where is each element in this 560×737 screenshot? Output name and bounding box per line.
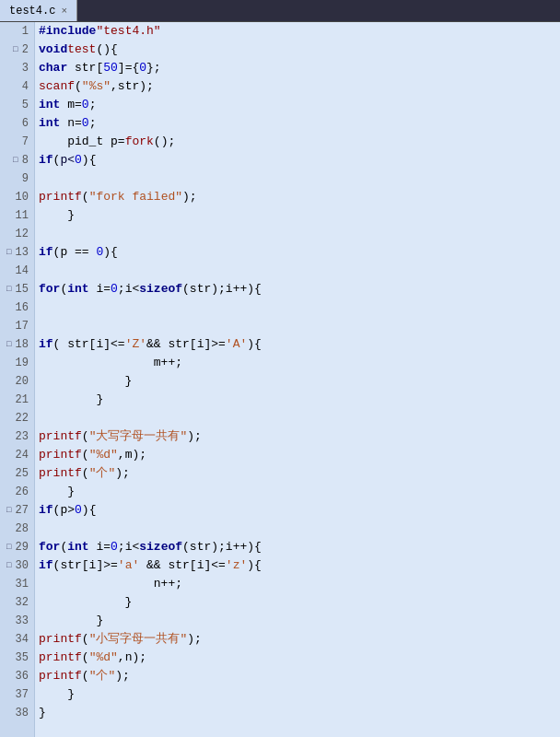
code-line-17[interactable] — [39, 317, 560, 335]
code-line-8[interactable]: if(p<0){ — [39, 151, 560, 170]
line-number-19: 19 — [0, 354, 34, 372]
line-number-31: 31 — [0, 575, 34, 593]
line-number-32: 32 — [0, 593, 34, 612]
line-number-37: 37 — [0, 685, 34, 704]
line-number-34: 34 — [0, 630, 34, 649]
code-line-10[interactable]: printf("fork failed"); — [39, 188, 560, 206]
editor: 1□234567□89101112□1314□151617□1819202122… — [0, 22, 560, 737]
line-number-28: 28 — [0, 520, 34, 538]
code-line-30[interactable]: if(str[i]>='a' && str[i]<='z'){ — [39, 556, 560, 575]
code-line-29[interactable]: for(int i=0;i<sizeof(str);i++){ — [39, 538, 560, 556]
fold-icon-8[interactable]: □ — [11, 156, 20, 165]
line-number-23: 23 — [0, 427, 34, 446]
code-line-31[interactable]: n++; — [39, 575, 560, 593]
code-line-22[interactable] — [39, 409, 560, 427]
line-number-2: □2 — [0, 41, 34, 59]
code-line-6[interactable]: int n=0; — [39, 114, 560, 133]
line-number-36: 36 — [0, 667, 34, 685]
code-line-20[interactable]: } — [39, 372, 560, 391]
code-line-2[interactable]: void test(){ — [39, 41, 560, 59]
tab-test4c[interactable]: test4.c × — [0, 0, 77, 21]
fold-icon-15[interactable]: □ — [5, 285, 14, 294]
code-line-1[interactable]: #include "test4.h" — [39, 22, 560, 41]
line-number-15: □15 — [0, 280, 34, 298]
line-number-35: 35 — [0, 649, 34, 667]
line-numbers: 1□234567□89101112□1314□151617□1819202122… — [0, 22, 35, 737]
code-area[interactable]: #include "test4.h"void test(){ char str[… — [35, 22, 560, 737]
code-line-5[interactable]: int m=0; — [39, 96, 560, 114]
code-line-14[interactable] — [39, 262, 560, 280]
code-line-12[interactable] — [39, 225, 560, 243]
line-number-25: 25 — [0, 464, 34, 483]
code-line-33[interactable]: } — [39, 612, 560, 630]
line-number-3: 3 — [0, 59, 34, 77]
code-line-27[interactable]: if(p>0){ — [39, 501, 560, 520]
line-number-10: 10 — [0, 188, 34, 206]
fold-icon-27[interactable]: □ — [5, 506, 14, 515]
code-line-26[interactable]: } — [39, 483, 560, 501]
fold-icon-29[interactable]: □ — [5, 543, 14, 552]
code-line-34[interactable]: printf("小写字母一共有"); — [39, 630, 560, 649]
line-number-20: 20 — [0, 372, 34, 391]
fold-icon-2[interactable]: □ — [11, 45, 20, 54]
line-number-8: □8 — [0, 151, 34, 170]
code-line-13[interactable]: if(p == 0){ — [39, 243, 560, 262]
line-number-22: 22 — [0, 409, 34, 427]
code-line-32[interactable]: } — [39, 593, 560, 612]
code-line-19[interactable]: m++; — [39, 354, 560, 372]
line-number-11: 11 — [0, 206, 34, 225]
code-line-24[interactable]: printf("%d",m); — [39, 446, 560, 464]
code-line-23[interactable]: printf("大写字母一共有"); — [39, 427, 560, 446]
code-line-9[interactable] — [39, 170, 560, 188]
code-line-28[interactable] — [39, 520, 560, 538]
code-line-37[interactable]: } — [39, 685, 560, 704]
code-line-4[interactable]: scanf("%s",str); — [39, 77, 560, 96]
line-number-14: 14 — [0, 262, 34, 280]
line-number-24: 24 — [0, 446, 34, 464]
fold-icon-18[interactable]: □ — [5, 340, 14, 349]
code-line-3[interactable]: char str[50]={0}; — [39, 59, 560, 77]
line-number-16: 16 — [0, 298, 34, 317]
line-number-33: 33 — [0, 612, 34, 630]
line-number-7: 7 — [0, 133, 34, 151]
fold-icon-13[interactable]: □ — [5, 248, 14, 257]
code-line-35[interactable]: printf("%d",n); — [39, 649, 560, 667]
code-line-11[interactable]: } — [39, 206, 560, 225]
line-number-30: □30 — [0, 556, 34, 575]
code-line-18[interactable]: if( str[i]<='Z'&& str[i]>='A'){ — [39, 335, 560, 354]
code-line-7[interactable]: pid_t p=fork(); — [39, 133, 560, 151]
line-number-26: 26 — [0, 483, 34, 501]
tab-bar: test4.c × — [0, 0, 560, 22]
code-line-16[interactable] — [39, 298, 560, 317]
code-line-36[interactable]: printf("个"); — [39, 667, 560, 685]
close-icon[interactable]: × — [61, 6, 67, 17]
line-number-21: 21 — [0, 391, 34, 409]
line-number-6: 6 — [0, 114, 34, 133]
line-number-17: 17 — [0, 317, 34, 335]
line-number-5: 5 — [0, 96, 34, 114]
fold-icon-30[interactable]: □ — [5, 561, 14, 570]
line-number-29: □29 — [0, 538, 34, 556]
code-line-21[interactable]: } — [39, 391, 560, 409]
code-line-38[interactable]: } — [39, 704, 560, 722]
line-number-9: 9 — [0, 170, 34, 188]
line-number-1: 1 — [0, 22, 34, 41]
code-line-15[interactable]: for(int i=0;i<sizeof(str);i++){ — [39, 280, 560, 298]
line-number-27: □27 — [0, 501, 34, 520]
line-number-12: 12 — [0, 225, 34, 243]
code-line-25[interactable]: printf("个"); — [39, 464, 560, 483]
line-number-18: □18 — [0, 335, 34, 354]
tab-label: test4.c — [9, 5, 55, 18]
line-number-38: 38 — [0, 704, 34, 722]
line-number-4: 4 — [0, 77, 34, 96]
line-number-13: □13 — [0, 243, 34, 262]
